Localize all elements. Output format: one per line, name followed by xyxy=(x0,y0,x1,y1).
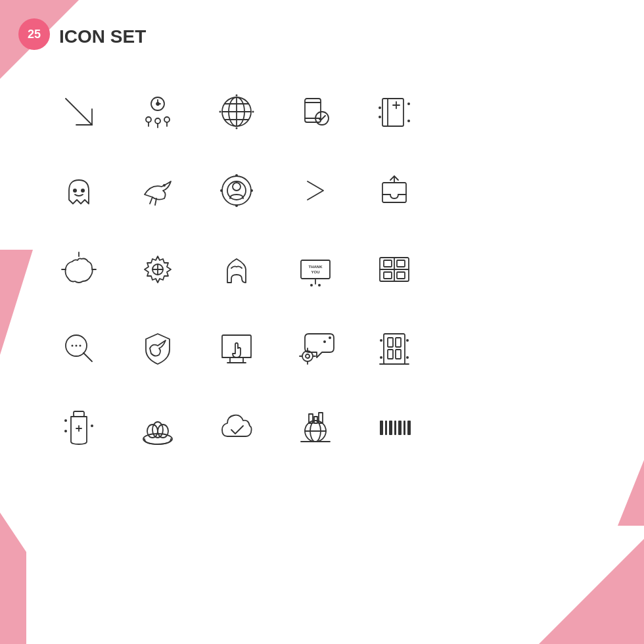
icon-cell-person-target[interactable] xyxy=(197,151,276,230)
icon-cell-ghost[interactable] xyxy=(39,151,118,230)
arrow-down-right-icon xyxy=(59,92,99,131)
icon-cell-gear-target[interactable] xyxy=(118,230,197,309)
svg-point-84 xyxy=(329,336,331,339)
icon-cell-meeting-clock[interactable] xyxy=(118,72,197,151)
svg-rect-87 xyxy=(396,338,401,347)
svg-point-30 xyxy=(407,103,410,105)
svg-rect-65 xyxy=(384,272,392,279)
icon-cell-inbox-box[interactable] xyxy=(355,151,434,230)
svg-line-68 xyxy=(83,353,92,361)
svg-rect-24 xyxy=(382,99,403,126)
svg-rect-113 xyxy=(385,421,387,435)
svg-rect-116 xyxy=(398,421,402,435)
thank-you-sign-icon: THANK YOU xyxy=(296,250,335,289)
svg-point-59 xyxy=(318,284,321,287)
search-more-icon xyxy=(59,329,99,368)
ghost-icon xyxy=(59,171,99,210)
icon-cell-australia-map[interactable] xyxy=(39,230,118,309)
icon-cell-mobile-check[interactable] xyxy=(276,72,355,151)
svg-point-9 xyxy=(156,103,159,105)
mobile-check-icon xyxy=(296,92,335,131)
svg-line-35 xyxy=(150,197,152,204)
icon-cell-shield-bird[interactable] xyxy=(118,309,197,388)
nest-eggs-icon xyxy=(138,407,177,447)
svg-point-71 xyxy=(80,345,81,347)
icon-cell-window-grid[interactable] xyxy=(355,230,434,309)
icon-cell-chat-settings[interactable] xyxy=(276,309,355,388)
icon-cell-chevron-right[interactable] xyxy=(276,151,355,230)
icon-cell-search-more[interactable] xyxy=(39,309,118,388)
svg-point-3 xyxy=(146,117,151,122)
icon-cell-nest-eggs[interactable] xyxy=(118,388,197,467)
gear-target-icon xyxy=(138,250,177,289)
australia-map-icon xyxy=(59,250,99,289)
svg-point-70 xyxy=(76,345,78,347)
svg-point-99 xyxy=(64,430,67,432)
icon-cell-home[interactable] xyxy=(197,230,276,309)
svg-point-94 xyxy=(406,356,409,359)
svg-point-83 xyxy=(323,340,326,343)
svg-point-4 xyxy=(155,118,160,124)
icon-cell-door[interactable] xyxy=(355,309,434,388)
svg-point-69 xyxy=(72,345,74,347)
icon-cell-globe-grid[interactable] xyxy=(197,72,276,151)
city-globe-icon xyxy=(296,407,335,447)
svg-rect-86 xyxy=(388,338,393,347)
icon-cell-arrow-down-right[interactable] xyxy=(39,72,118,151)
svg-point-5 xyxy=(164,117,170,122)
icon-cell-city-globe[interactable] xyxy=(276,388,355,467)
icon-grid: THANK YOU xyxy=(39,72,434,467)
chevron-right-icon xyxy=(296,171,335,210)
icon-cell-thank-you-sign[interactable]: THANK YOU xyxy=(276,230,355,309)
bird-icon xyxy=(138,171,177,210)
svg-rect-63 xyxy=(384,260,392,267)
shield-bird-icon xyxy=(138,329,177,368)
icon-cell-bird[interactable] xyxy=(118,151,197,230)
inbox-box-icon xyxy=(375,171,414,210)
deco-mid-right xyxy=(618,460,644,526)
touch-screen-icon xyxy=(217,329,256,368)
badge-number: 25 xyxy=(18,18,50,50)
chat-settings-icon xyxy=(296,329,335,368)
icon-cell-cloud-check[interactable] xyxy=(197,388,276,467)
svg-point-92 xyxy=(406,339,409,342)
svg-text:THANK: THANK xyxy=(309,265,323,269)
deco-mid-left xyxy=(0,250,33,355)
svg-point-31 xyxy=(407,120,410,122)
door-icon xyxy=(375,329,414,368)
barcode-icon xyxy=(375,407,414,447)
cloud-check-icon xyxy=(217,407,256,447)
svg-point-33 xyxy=(81,189,85,193)
svg-point-42 xyxy=(235,174,238,177)
icon-cell-touch-screen[interactable] xyxy=(197,309,276,388)
svg-point-93 xyxy=(380,356,382,359)
svg-text:YOU: YOU xyxy=(311,270,319,274)
icon-cell-medicine-bottle[interactable] xyxy=(39,388,118,467)
svg-point-18 xyxy=(236,95,238,97)
svg-rect-66 xyxy=(397,272,405,279)
svg-point-29 xyxy=(379,116,381,118)
svg-point-40 xyxy=(220,189,223,192)
svg-line-36 xyxy=(155,198,156,205)
globe-grid-icon xyxy=(217,92,256,131)
deco-bottom-right xyxy=(539,539,644,644)
person-target-icon xyxy=(217,171,256,210)
svg-point-43 xyxy=(235,204,238,207)
badge-text: 25 xyxy=(28,28,41,41)
svg-rect-118 xyxy=(407,421,411,435)
icon-cell-bible-book[interactable] xyxy=(355,72,434,151)
medicine-bottle-icon xyxy=(59,407,99,447)
svg-point-16 xyxy=(219,111,221,113)
svg-rect-44 xyxy=(382,183,406,202)
svg-point-78 xyxy=(306,354,310,358)
svg-rect-95 xyxy=(74,411,84,417)
home-icon xyxy=(217,250,256,289)
window-grid-icon xyxy=(375,250,414,289)
svg-rect-89 xyxy=(396,350,401,359)
svg-rect-114 xyxy=(389,421,392,435)
svg-rect-64 xyxy=(397,260,405,267)
svg-rect-112 xyxy=(380,421,383,435)
icon-cell-barcode[interactable] xyxy=(355,388,434,467)
svg-point-34 xyxy=(163,184,166,187)
svg-point-58 xyxy=(310,284,313,287)
